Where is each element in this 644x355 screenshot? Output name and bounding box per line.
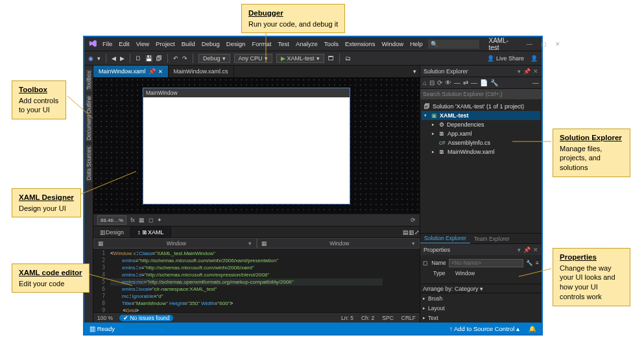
home-icon[interactable]: ⌂ bbox=[423, 79, 427, 86]
name-label: Name bbox=[431, 260, 446, 266]
artboard-title: MainWindow bbox=[143, 88, 350, 97]
menu-tools[interactable]: Tools bbox=[324, 40, 339, 47]
property-category[interactable]: Layout bbox=[420, 303, 542, 313]
line-number-gutter: 123456789 bbox=[93, 249, 108, 312]
split-horizontal-icon[interactable]: ▤ bbox=[403, 229, 409, 236]
artboard-body[interactable] bbox=[143, 97, 350, 204]
arrange-by[interactable]: Arrange by: Category ▾ bbox=[420, 284, 542, 293]
title-search[interactable]: 🔍 bbox=[428, 40, 480, 49]
pin-icon[interactable]: 📌 bbox=[523, 68, 531, 75]
snap-toggle-icon[interactable]: ◻ bbox=[149, 217, 153, 223]
window-maximize-button[interactable]: ▢ bbox=[538, 41, 549, 47]
panel-options-icon[interactable]: ▾ bbox=[518, 68, 521, 75]
menu-test[interactable]: Test bbox=[278, 40, 289, 47]
menu-window[interactable]: Window bbox=[381, 40, 403, 47]
menu-debug[interactable]: Debug bbox=[202, 40, 220, 47]
grid-toggle-icon[interactable]: ▦ bbox=[139, 217, 145, 223]
tree-item[interactable]: ▸🗎 App.xaml bbox=[422, 129, 540, 138]
xaml-code-editor[interactable]: 123456789 <Window x:Class="XAML_test.Mai… bbox=[93, 249, 420, 312]
menu-edit[interactable]: Edit bbox=[119, 40, 129, 47]
property-wrench-icon[interactable]: 🔧 bbox=[526, 260, 533, 266]
design-artboard[interactable]: MainWindow bbox=[143, 88, 350, 204]
property-category[interactable]: Text bbox=[420, 313, 542, 323]
title-bar: FileEditViewProjectBuildDebugDesignForma… bbox=[84, 37, 542, 51]
callout-debugger: DebuggerRun your code, and debug it bbox=[241, 4, 345, 33]
tool-tab-toolbox[interactable]: Toolbox bbox=[86, 69, 92, 91]
menu-design[interactable]: Design bbox=[226, 40, 246, 47]
menu-project[interactable]: Project bbox=[156, 40, 175, 47]
refresh-icon[interactable]: ⟳ bbox=[411, 217, 416, 223]
project-node[interactable]: ▾▣ XAML-test bbox=[422, 111, 540, 120]
tree-item[interactable]: c# AssemblyInfo.cs bbox=[422, 138, 540, 147]
property-category[interactable]: Brush bbox=[420, 293, 542, 303]
left-context-combo[interactable]: ▦ Window bbox=[93, 238, 257, 249]
menu-build[interactable]: Build bbox=[182, 40, 195, 47]
source-control-button[interactable]: ↑ Add to Source Control ▴ bbox=[449, 325, 519, 332]
name-field[interactable] bbox=[449, 259, 523, 267]
expand-pane-icon[interactable]: ⤢ bbox=[414, 229, 420, 236]
properties-icon[interactable]: 📄 bbox=[480, 79, 488, 86]
tab-solution-explorer[interactable]: Solution Explorer bbox=[420, 234, 470, 243]
menu-format[interactable]: Format bbox=[252, 40, 271, 47]
document-tab[interactable]: MainWindow.xaml 📌 ✕ bbox=[93, 66, 169, 77]
tab-team-explorer[interactable]: Team Explorer bbox=[470, 234, 514, 243]
menu-extensions[interactable]: Extensions bbox=[345, 40, 375, 47]
xaml-context-bar: ▦ Window ▦ Window bbox=[93, 238, 420, 249]
solution-explorer-search[interactable]: Search Solution Explorer (Ctrl+;) bbox=[420, 89, 542, 99]
live-share-button[interactable]: 👤 Live Share bbox=[487, 55, 524, 62]
close-icon[interactable]: ✕ bbox=[533, 68, 538, 75]
design-tab[interactable]: ▥ Design bbox=[93, 226, 131, 238]
standard-toolbar: ◉▾ ◀ ▶ 🗋💾🗐 ↶↷ Debug▾ Any CPU▾ ▶XAML-test… bbox=[84, 51, 542, 66]
editor-status-strip: 100 % ✔ No issues found Ln: 5 Ch: 2 SPC … bbox=[93, 312, 420, 323]
fit-button[interactable]: fx bbox=[130, 217, 135, 223]
menu-view[interactable]: View bbox=[136, 40, 149, 47]
nav-back-button[interactable]: ◀ bbox=[112, 55, 116, 62]
issues-indicator[interactable]: No issues found bbox=[130, 315, 169, 321]
close-icon[interactable]: ✕ bbox=[533, 247, 538, 253]
right-context-combo[interactable]: ▦ Window bbox=[257, 238, 420, 249]
xaml-designer-surface[interactable]: MainWindow bbox=[93, 77, 420, 214]
tool-tab-document-outline[interactable]: Document Outline bbox=[86, 95, 92, 141]
main-menu-bar: FileEditViewProjectBuildDebugDesignForma… bbox=[102, 40, 423, 47]
notifications-icon[interactable]: 🔔 bbox=[529, 325, 536, 332]
caret-line: Ln: 5 bbox=[341, 315, 353, 321]
config-dropdown[interactable]: Debug▾ bbox=[198, 54, 230, 63]
nav-forward-button[interactable]: ▶ bbox=[120, 55, 125, 62]
effects-toggle-icon[interactable]: ✦ bbox=[157, 217, 162, 223]
start-debugging-button[interactable]: ▶XAML-test▾ bbox=[276, 54, 324, 63]
editor-zoom[interactable]: 100 % bbox=[97, 315, 113, 321]
code-area[interactable]: <Window x:Class="XAML_test.MainWindow" x… bbox=[108, 249, 383, 312]
show-all-icon[interactable]: 👁 bbox=[445, 79, 451, 86]
solution-explorer-header: Solution Explorer ▾📌✕ bbox=[420, 66, 542, 77]
solution-node[interactable]: 🗐 Solution 'XAML-test' (1 of 1 project) bbox=[422, 102, 540, 111]
zoom-combo[interactable]: 88.46…% bbox=[97, 215, 126, 225]
solution-panel-tabs: Solution Explorer Team Explorer bbox=[420, 233, 542, 243]
document-tab-dropdown[interactable]: ▾ bbox=[410, 68, 420, 75]
refresh-icon[interactable]: ⟳ bbox=[437, 79, 442, 86]
split-vertical-icon[interactable]: ▥ bbox=[409, 229, 414, 236]
pin-icon[interactable]: 📌 bbox=[523, 247, 531, 253]
dependencies-node[interactable]: ▸⚙ Dependencies bbox=[422, 120, 540, 129]
window-minimize-button[interactable]: — bbox=[524, 41, 534, 47]
sync-icon[interactable]: ⇄ bbox=[463, 79, 468, 86]
platform-dropdown[interactable]: Any CPU▾ bbox=[234, 54, 272, 63]
property-menu-icon[interactable]: ≡ bbox=[536, 260, 539, 266]
tool-tab-data-sources[interactable]: Data Sources bbox=[86, 145, 92, 182]
menu-file[interactable]: File bbox=[102, 40, 112, 47]
solution-explorer-toolbar: ⌂⊟⟳👁—⇄—📄🔧— bbox=[420, 77, 542, 89]
panel-options-icon[interactable]: ▾ bbox=[518, 247, 521, 253]
line-endings[interactable]: CRLF bbox=[401, 315, 416, 321]
wrench-icon[interactable]: 🔧 bbox=[490, 79, 498, 86]
document-tab[interactable]: MainWindow.xaml.cs bbox=[169, 66, 234, 77]
visual-studio-window: FileEditViewProjectBuildDebugDesignForma… bbox=[83, 36, 543, 336]
xaml-tab[interactable]: ↕ 🗎 XAML bbox=[131, 226, 171, 238]
designer-split-tabs: ▥ Design ↕ 🗎 XAML ▤ ▥ ⤢ bbox=[93, 226, 420, 238]
collapse-icon[interactable]: ⊟ bbox=[429, 79, 435, 86]
menu-analyze[interactable]: Analyze bbox=[296, 40, 318, 47]
indent-mode[interactable]: SPC bbox=[382, 315, 393, 321]
window-close-button[interactable]: ✕ bbox=[553, 41, 563, 47]
type-value: Window bbox=[455, 270, 475, 276]
document-well: MainWindow.xaml 📌 ✕MainWindow.xaml.cs▾ M… bbox=[93, 66, 420, 323]
menu-help[interactable]: Help bbox=[410, 40, 423, 47]
tree-item[interactable]: ▸🗎 MainWindow.xaml bbox=[422, 147, 540, 156]
